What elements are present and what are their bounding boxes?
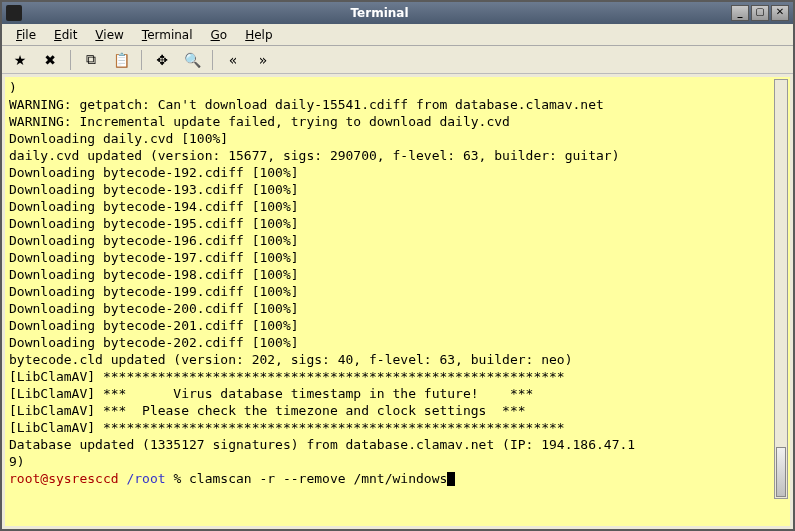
output-line: Downloading bytecode-200.cdiff [100%]	[9, 300, 786, 317]
scrollbar-thumb[interactable]	[776, 447, 786, 497]
output-line: Downloading daily.cvd [100%]	[9, 130, 786, 147]
zoom-button[interactable]: 🔍	[180, 49, 204, 71]
window-frame: Terminal _ ▢ ✕ File Edit View Terminal G…	[0, 0, 795, 531]
fullscreen-button[interactable]: ✥	[150, 49, 174, 71]
back-button[interactable]: «	[221, 49, 245, 71]
toolbar-separator	[212, 50, 213, 70]
output-line: daily.cvd updated (version: 15677, sigs:…	[9, 147, 786, 164]
output-line: Downloading bytecode-194.cdiff [100%]	[9, 198, 786, 215]
paste-button[interactable]: 📋	[109, 49, 133, 71]
output-line: Downloading bytecode-199.cdiff [100%]	[9, 283, 786, 300]
menu-terminal[interactable]: Terminal	[134, 26, 201, 44]
output-line: WARNING: getpatch: Can't download daily-…	[9, 96, 786, 113]
output-line: WARNING: Incremental update failed, tryi…	[9, 113, 786, 130]
toolbar-separator	[70, 50, 71, 70]
close-tab-icon: ✖	[44, 52, 56, 68]
menu-view[interactable]: View	[87, 26, 131, 44]
prompt-path: /root	[126, 471, 165, 486]
output-line: bytecode.cld updated (version: 202, sigs…	[9, 351, 786, 368]
copy-button[interactable]: ⧉	[79, 49, 103, 71]
fullscreen-icon: ✥	[156, 52, 168, 68]
back-icon: «	[229, 52, 238, 68]
app-icon	[6, 5, 22, 21]
menu-help[interactable]: Help	[237, 26, 280, 44]
copy-icon: ⧉	[86, 51, 96, 68]
output-line: [LibClamAV] ****************************…	[9, 368, 786, 385]
output-line: Downloading bytecode-193.cdiff [100%]	[9, 181, 786, 198]
output-line: Downloading bytecode-192.cdiff [100%]	[9, 164, 786, 181]
window-title: Terminal	[28, 6, 731, 20]
titlebar[interactable]: Terminal _ ▢ ✕	[2, 2, 793, 24]
terminal-container: )WARNING: getpatch: Can't download daily…	[2, 74, 793, 529]
forward-icon: »	[259, 52, 268, 68]
close-button[interactable]: ✕	[771, 5, 789, 21]
terminal-output[interactable]: )WARNING: getpatch: Can't download daily…	[5, 77, 790, 526]
star-icon: ★	[14, 52, 27, 68]
new-tab-button[interactable]: ★	[8, 49, 32, 71]
output-line: [LibClamAV] *** Please check the timezon…	[9, 402, 786, 419]
output-line: [LibClamAV] *** Virus database timestamp…	[9, 385, 786, 402]
output-line: Database updated (1335127 signatures) fr…	[9, 436, 786, 453]
menu-file[interactable]: File	[8, 26, 44, 44]
output-line: Downloading bytecode-195.cdiff [100%]	[9, 215, 786, 232]
output-line: Downloading bytecode-198.cdiff [100%]	[9, 266, 786, 283]
prompt-line[interactable]: root@sysresccd /root % clamscan -r --rem…	[9, 470, 786, 487]
window-controls: _ ▢ ✕	[731, 5, 789, 21]
menubar: File Edit View Terminal Go Help	[2, 24, 793, 46]
maximize-button[interactable]: ▢	[751, 5, 769, 21]
forward-button[interactable]: »	[251, 49, 275, 71]
paste-icon: 📋	[113, 52, 130, 68]
prompt-user: root@sysresccd	[9, 471, 119, 486]
output-line: [LibClamAV] ****************************…	[9, 419, 786, 436]
output-line: 9)	[9, 453, 786, 470]
cursor	[447, 472, 455, 486]
scrollbar[interactable]	[774, 79, 788, 499]
output-line: Downloading bytecode-197.cdiff [100%]	[9, 249, 786, 266]
menu-go[interactable]: Go	[203, 26, 236, 44]
command-input[interactable]: clamscan -r --remove /mnt/windows	[189, 471, 447, 486]
close-tab-button[interactable]: ✖	[38, 49, 62, 71]
zoom-icon: 🔍	[184, 52, 201, 68]
toolbar: ★ ✖ ⧉ 📋 ✥ 🔍 « »	[2, 46, 793, 74]
output-line: Downloading bytecode-201.cdiff [100%]	[9, 317, 786, 334]
toolbar-separator	[141, 50, 142, 70]
prompt-symbol: %	[173, 471, 181, 486]
minimize-button[interactable]: _	[731, 5, 749, 21]
output-line: )	[9, 79, 786, 96]
menu-edit[interactable]: Edit	[46, 26, 85, 44]
output-line: Downloading bytecode-196.cdiff [100%]	[9, 232, 786, 249]
output-line: Downloading bytecode-202.cdiff [100%]	[9, 334, 786, 351]
